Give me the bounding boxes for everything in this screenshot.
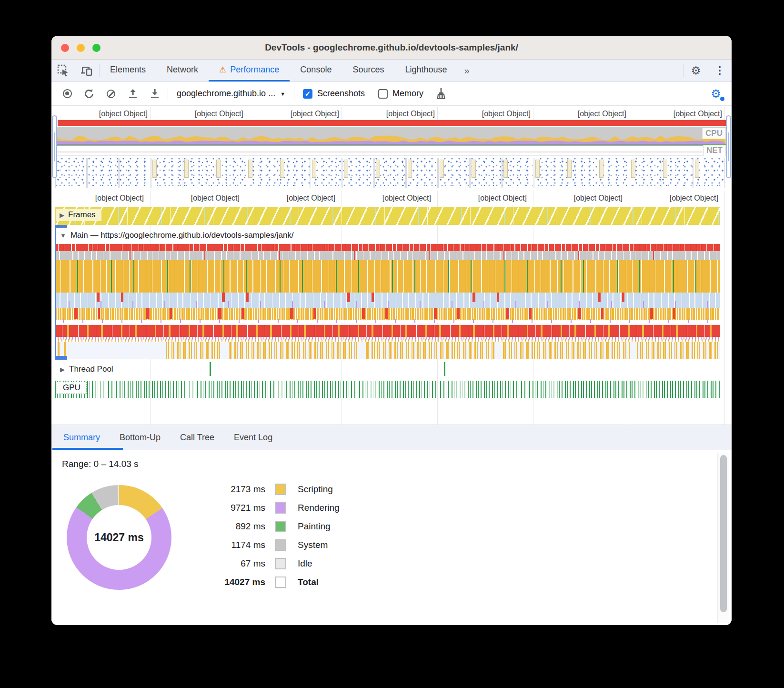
zoom-window-button[interactable] <box>92 44 101 52</box>
filmstrip-thumbnail[interactable] <box>183 158 214 188</box>
filmstrip-thumbnail[interactable] <box>630 158 661 188</box>
scrollbar-thumb[interactable] <box>720 455 727 612</box>
memory-checkbox[interactable]: Memory <box>372 89 430 99</box>
active-tab-underline <box>52 448 123 450</box>
capture-settings-gear-icon[interactable]: ⚙ <box>705 84 727 103</box>
gpu-track-header[interactable]: GPU <box>57 382 87 394</box>
chevron-down-icon: ▼ <box>280 91 285 97</box>
separator <box>294 87 294 101</box>
ruler-label: [object Object] <box>629 191 725 205</box>
overview-time-ruler[interactable]: [object Object][object Object][object Ob… <box>55 107 725 120</box>
filmstrip-thumbnail[interactable] <box>215 158 246 188</box>
collect-garbage-button[interactable] <box>430 84 452 103</box>
filmstrip-thumbnail[interactable] <box>534 158 565 188</box>
filmstrip-thumbnail[interactable] <box>694 158 725 188</box>
selection-left-border <box>55 225 56 360</box>
filmstrip-thumbnail[interactable] <box>566 158 597 188</box>
selection-top-handle[interactable] <box>55 225 67 228</box>
flamechart-layout-row[interactable] <box>55 308 720 323</box>
legend-label: Painting <box>298 521 331 532</box>
device-toolbar-button[interactable] <box>75 60 99 81</box>
devtools-tabbar: Elements Network ⚠ Performance Console S… <box>51 60 732 82</box>
frames-track-band[interactable] <box>55 207 720 225</box>
filmstrip-thumbnail[interactable] <box>247 158 278 188</box>
legend-value: 892 ms <box>203 521 265 532</box>
filmstrip-thumbnail[interactable] <box>502 158 533 188</box>
ruler-label: [object Object] <box>55 107 151 120</box>
filmstrip-thumbnail[interactable] <box>151 158 182 188</box>
flamechart-style-recalc-row[interactable] <box>55 293 720 308</box>
filmstrip-thumbnail[interactable] <box>598 158 629 188</box>
ruler-label: [object Object] <box>533 191 629 205</box>
reload-and-record-button[interactable] <box>78 84 100 103</box>
legend-swatch <box>275 502 286 514</box>
legend-label: Rendering <box>298 503 340 513</box>
flamechart-script-row-1[interactable] <box>55 260 720 276</box>
filmstrip-thumbnail[interactable] <box>342 158 374 188</box>
flamechart-task-row[interactable] <box>55 251 720 260</box>
minimize-window-button[interactable] <box>77 44 85 52</box>
overview-cpu-chart[interactable]: CPU <box>55 126 727 146</box>
legend-row: 67 ms Idle <box>203 554 340 573</box>
filmstrip-thumbnail[interactable] <box>119 158 151 188</box>
filmstrip-thumbnail[interactable] <box>55 158 87 188</box>
tab-sources[interactable]: Sources <box>342 60 394 81</box>
thread-pool-event[interactable] <box>444 362 445 376</box>
flamechart-long-tasks-row[interactable] <box>55 244 720 251</box>
overview-long-tasks-bar[interactable] <box>55 120 727 126</box>
filmstrip-thumbnail[interactable] <box>279 158 310 188</box>
tab-event-log[interactable]: Event Log <box>234 433 272 443</box>
legend-row: 9721 ms Rendering <box>203 498 340 517</box>
summary-scrollbar[interactable] <box>717 453 729 623</box>
thread-pool-event[interactable] <box>210 362 211 376</box>
tab-elements[interactable]: Elements <box>100 60 156 81</box>
gpu-activity-band[interactable] <box>55 381 720 398</box>
donut-total-label: 14027 ms <box>94 531 144 544</box>
record-button[interactable] <box>56 84 78 103</box>
screenshots-checkbox[interactable]: ✓ Screenshots <box>296 89 372 99</box>
overview-left-drag-handle[interactable] <box>52 115 57 178</box>
gpu-track[interactable]: GPU <box>55 380 725 399</box>
net-activity-line <box>55 152 703 152</box>
tab-console[interactable]: Console <box>290 60 342 81</box>
more-tabs-button[interactable]: » <box>458 60 476 81</box>
filmstrip <box>55 156 725 190</box>
clear-recording-button[interactable] <box>100 84 122 103</box>
summary-panel: Range: 0 – 14.03 s 14027 ms 2173 ms Scri… <box>51 450 732 625</box>
thread-pool-header: ▶ Thread Pool <box>55 364 113 374</box>
main-track-header[interactable]: ▼ Main — https://googlechrome.github.io/… <box>60 228 294 243</box>
flamechart-paint-ticks-row[interactable] <box>55 337 720 342</box>
load-profile-button[interactable] <box>122 84 144 103</box>
tab-lighthouse[interactable]: Lighthouse <box>394 60 457 81</box>
ruler-label: [object Object] <box>629 107 725 120</box>
flamechart-timer-row[interactable] <box>55 342 720 359</box>
flamechart-forced-reflow-row[interactable] <box>55 325 720 337</box>
filmstrip-thumbnail[interactable] <box>470 158 502 188</box>
filmstrip-thumbnail[interactable] <box>374 158 406 188</box>
timeline-time-ruler[interactable]: [object Object][object Object][object Ob… <box>55 191 725 205</box>
tab-network[interactable]: Network <box>156 60 209 81</box>
inspect-element-button[interactable] <box>51 60 75 81</box>
frames-track-header[interactable]: ▶ Frames <box>56 209 101 221</box>
filmstrip-thumbnail[interactable] <box>87 158 119 188</box>
flamechart-script-row-2[interactable] <box>55 276 720 293</box>
tab-bottom-up[interactable]: Bottom-Up <box>120 433 161 443</box>
selection-bottom-handle[interactable] <box>55 356 67 360</box>
tab-performance[interactable]: ⚠ Performance <box>209 60 290 81</box>
settings-gear-icon[interactable]: ⚙ <box>684 60 708 81</box>
close-window-button[interactable] <box>61 44 69 52</box>
overview-net-chart[interactable]: NET <box>55 146 727 156</box>
filmstrip-thumbnail[interactable] <box>311 158 342 188</box>
tab-call-tree[interactable]: Call Tree <box>180 433 214 443</box>
summary-legend: 2173 ms Scripting 9721 ms Rendering 892 … <box>203 480 340 573</box>
history-dropdown[interactable]: googlechrome.github.io ...▼ <box>170 89 292 99</box>
filmstrip-thumbnail[interactable] <box>406 158 438 188</box>
filmstrip-thumbnail[interactable] <box>662 158 693 188</box>
warning-icon: ⚠ <box>219 65 226 75</box>
save-profile-button[interactable] <box>144 84 166 103</box>
thread-pool-track[interactable]: ▶ Thread Pool <box>55 361 725 378</box>
filmstrip-thumbnail[interactable] <box>438 158 470 188</box>
kebab-menu-icon[interactable]: ⋮ <box>708 60 732 81</box>
tab-summary[interactable]: Summary <box>63 433 100 443</box>
overview-right-drag-handle[interactable] <box>726 115 731 178</box>
